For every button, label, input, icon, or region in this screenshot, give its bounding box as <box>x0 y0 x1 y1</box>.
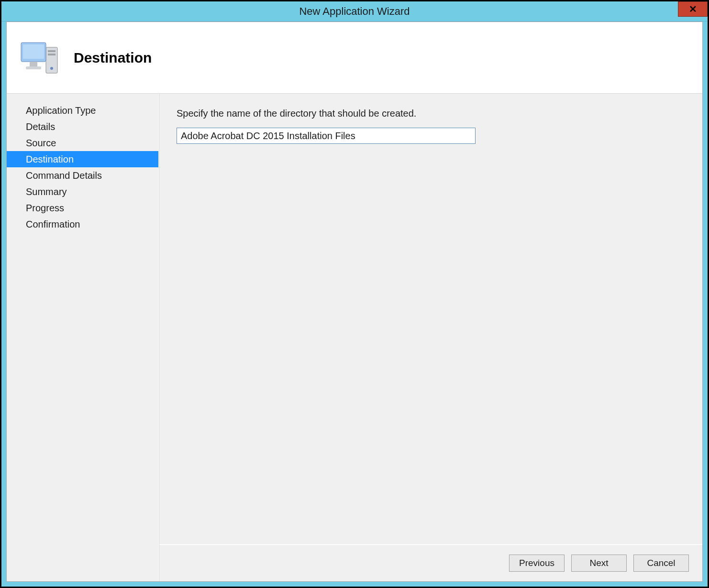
close-button[interactable]: ✕ <box>678 1 708 17</box>
sidebar-item-command-details[interactable]: Command Details <box>7 167 158 184</box>
svg-point-3 <box>50 67 53 70</box>
directory-name-input[interactable] <box>177 128 476 144</box>
sidebar-item-confirmation[interactable]: Confirmation <box>7 216 158 232</box>
window-title: New Application Wizard <box>299 5 410 18</box>
previous-button[interactable]: Previous <box>509 555 565 572</box>
close-icon: ✕ <box>689 4 697 14</box>
content-area: Application Type Details Source Destinat… <box>7 94 702 581</box>
svg-rect-2 <box>48 54 55 55</box>
sidebar-item-source[interactable]: Source <box>7 135 158 151</box>
svg-rect-6 <box>30 62 37 66</box>
svg-rect-5 <box>23 44 44 59</box>
wizard-container: Destination Application Type Details Sou… <box>6 22 703 582</box>
sidebar-item-destination[interactable]: Destination <box>7 151 158 167</box>
instruction-label: Specify the name of the directory that s… <box>177 108 685 119</box>
sidebar-item-summary[interactable]: Summary <box>7 184 158 200</box>
wizard-window: New Application Wizard ✕ <box>0 0 709 588</box>
header-section: Destination <box>7 22 702 94</box>
svg-rect-7 <box>26 66 41 69</box>
computer-monitor-icon <box>18 39 60 77</box>
page-title: Destination <box>74 50 152 66</box>
svg-rect-1 <box>48 50 55 52</box>
wizard-steps-sidebar: Application Type Details Source Destinat… <box>7 94 159 581</box>
main-panel: Specify the name of the directory that s… <box>159 94 702 581</box>
button-bar: Previous Next Cancel <box>159 544 702 581</box>
sidebar-item-details[interactable]: Details <box>7 119 158 135</box>
next-button[interactable]: Next <box>571 555 627 572</box>
main-content: Specify the name of the directory that s… <box>159 94 702 544</box>
titlebar: New Application Wizard ✕ <box>1 1 708 22</box>
sidebar-item-application-type[interactable]: Application Type <box>7 102 158 119</box>
window-body: Destination Application Type Details Sou… <box>1 22 708 587</box>
cancel-button[interactable]: Cancel <box>633 555 689 572</box>
sidebar-item-progress[interactable]: Progress <box>7 200 158 216</box>
